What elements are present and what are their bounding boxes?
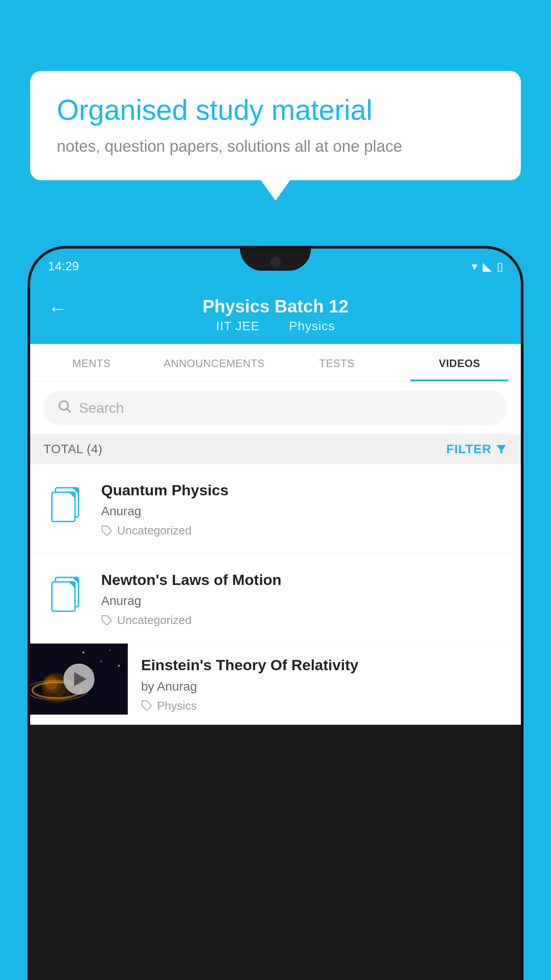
wifi-icon: ▾ <box>472 260 477 273</box>
total-count: TOTAL (4) <box>43 442 102 456</box>
bubble-title: Organised study material <box>57 93 494 127</box>
svg-rect-5 <box>52 492 75 522</box>
subtitle-sep <box>272 319 280 333</box>
tabs: MENTS ANNOUNCEMENTS TESTS VIDEOS <box>30 344 521 382</box>
svg-rect-10 <box>52 582 75 611</box>
video-list: Quantum Physics Anurag Uncategorized <box>30 464 521 725</box>
video-info: Newton's Laws of Motion Anurag Uncategor… <box>101 570 508 627</box>
header-title: Physics Batch 12 <box>202 296 348 316</box>
video-tag: Physics <box>141 699 508 713</box>
svg-marker-2 <box>497 445 506 454</box>
status-time: 14:29 <box>48 259 79 273</box>
signal-icon: ◣ <box>483 260 492 273</box>
video-thumbnail <box>30 644 128 715</box>
tab-tests[interactable]: TESTS <box>276 344 398 381</box>
tag-label: Uncategorized <box>117 613 192 627</box>
video-author: Anurag <box>101 594 508 608</box>
video-title: Einstein's Theory Of Relativity <box>141 655 508 675</box>
svg-point-21 <box>83 652 84 653</box>
battery-icon: ▯ <box>497 260 503 273</box>
play-icon <box>74 672 87 686</box>
play-button[interactable] <box>63 664 94 695</box>
svg-line-1 <box>67 409 71 412</box>
video-info: Quantum Physics Anurag Uncategorized <box>101 480 508 537</box>
list-item[interactable]: Einstein's Theory Of Relativity by Anura… <box>30 644 521 724</box>
tag-label: Uncategorized <box>117 524 192 537</box>
video-info: Einstein's Theory Of Relativity by Anura… <box>141 644 508 724</box>
header-subtitle: IIT JEE Physics <box>212 319 339 333</box>
app-header: ← Physics Batch 12 IIT JEE Physics <box>30 284 521 344</box>
filter-button[interactable]: FILTER <box>446 442 508 456</box>
search-icon <box>57 399 72 417</box>
search-container: Search <box>30 382 521 434</box>
search-bar[interactable]: Search <box>43 391 508 425</box>
video-author: by Anurag <box>141 680 508 694</box>
list-item[interactable]: Quantum Physics Anurag Uncategorized <box>30 464 521 554</box>
bubble-subtitle: notes, question papers, solutions all at… <box>57 137 494 156</box>
filter-bar: TOTAL (4) FILTER <box>30 434 521 464</box>
video-folder-icon <box>43 480 88 529</box>
video-tag: Uncategorized <box>101 613 508 627</box>
video-folder-icon <box>43 570 88 619</box>
search-input[interactable]: Search <box>79 400 124 416</box>
list-item[interactable]: Newton's Laws of Motion Anurag Uncategor… <box>30 554 521 644</box>
video-title: Quantum Physics <box>101 480 508 500</box>
subtitle-physics: Physics <box>289 319 335 333</box>
svg-point-0 <box>59 401 68 410</box>
status-icons: ▾ ◣ ▯ <box>472 260 503 273</box>
svg-point-23 <box>110 650 110 651</box>
video-tag: Uncategorized <box>101 524 508 537</box>
tag-label: Physics <box>157 699 197 713</box>
video-title: Newton's Laws of Motion <box>101 570 508 589</box>
phone-frame: 14:29 ▾ ◣ ▯ ← Physics Batch 12 IIT JEE P… <box>30 249 521 980</box>
filter-label: FILTER <box>446 442 492 456</box>
tab-videos[interactable]: VIDEOS <box>398 344 521 381</box>
video-author: Anurag <box>101 504 508 518</box>
subtitle-iit: IIT JEE <box>216 319 260 333</box>
svg-point-25 <box>118 665 120 667</box>
tab-ments[interactable]: MENTS <box>30 344 153 381</box>
camera-dot <box>270 257 281 267</box>
svg-point-22 <box>101 661 102 662</box>
tab-announcements[interactable]: ANNOUNCEMENTS <box>153 344 276 381</box>
speech-bubble: Organised study material notes, question… <box>30 71 521 180</box>
back-button[interactable]: ← <box>48 297 67 320</box>
